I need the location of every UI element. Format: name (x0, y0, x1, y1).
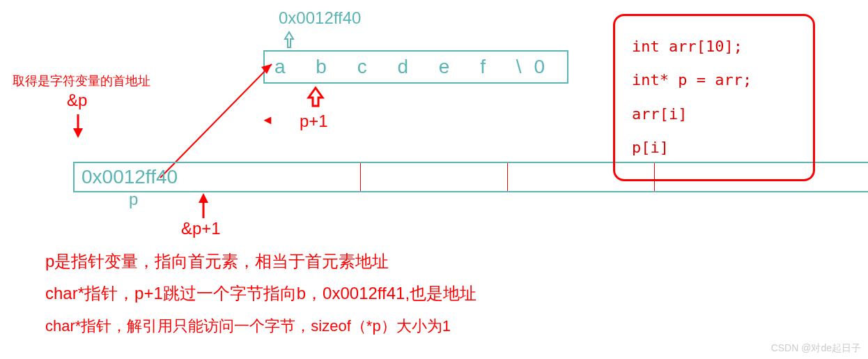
amp-p-label: &p (67, 91, 87, 110)
top-address-label: 0x0012ff40 (279, 8, 361, 28)
pointer-var-label: p (129, 190, 138, 209)
note-line-3: char*指针，解引用只能访问一个字节，sizeof（*p）大小为1 (45, 314, 451, 338)
pointer-value-text: 0x0012ff40 (82, 166, 178, 188)
code-line-4: p[i] (632, 131, 796, 165)
svg-marker-4 (199, 193, 208, 203)
amp-p-plus-1-label: &p+1 (181, 219, 221, 238)
left-triangle-icon: ◄ (261, 113, 274, 128)
note-line-2: char*指针，p+1跳过一个字节指向b，0x0012ff41,也是地址 (45, 280, 476, 307)
code-line-1: int arr[10]; (632, 30, 796, 63)
svg-line-0 (160, 64, 272, 178)
code-box: int arr[10]; int* p = arr; arr[i] p[i] (613, 14, 815, 181)
char-array-box: a b c d e f \0 (263, 50, 568, 84)
p-plus-1-arrow-icon (305, 85, 326, 109)
svg-marker-3 (73, 128, 83, 138)
amp-p-desc: 取得是字符变量的首地址 (13, 72, 150, 89)
up-arrow-top-icon (282, 29, 296, 49)
p-plus-1-label: p+1 (300, 112, 328, 131)
watermark: CSDN @对de起日子 (771, 342, 861, 355)
amp-p-down-arrow-icon (70, 112, 86, 139)
code-line-2: int* p = arr; (632, 63, 796, 97)
note-line-1: p是指针变量，指向首元素，相当于首元素地址 (45, 248, 389, 275)
amp-p-plus-1-arrow-icon (195, 192, 212, 220)
code-line-3: arr[i] (632, 98, 796, 131)
